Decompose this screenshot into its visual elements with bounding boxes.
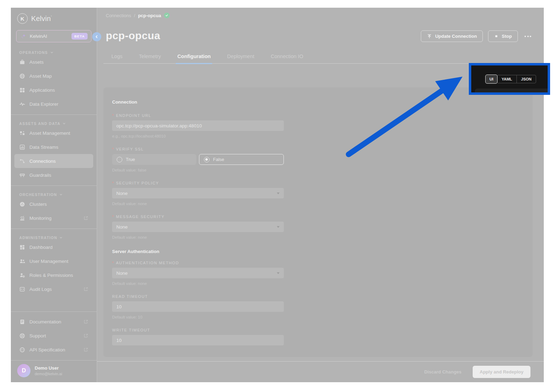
message-security-hint: Default value: none bbox=[112, 235, 284, 239]
asset-management-icon bbox=[19, 130, 25, 136]
sidebar-item-connections[interactable]: Connections bbox=[14, 154, 93, 168]
configuration-panel: Connection *ENDPOINT URL opc.tcp://pcp-o… bbox=[103, 88, 533, 357]
document-icon bbox=[19, 319, 25, 325]
sidebar-item-dashboard[interactable]: Dashboard bbox=[14, 240, 93, 254]
view-toggle-json[interactable]: JSON bbox=[516, 75, 536, 83]
sidebar-item-documentation[interactable]: Documentation bbox=[14, 315, 93, 329]
endpoint-url-hint: e.g., opc.tcp://localhost:48010 bbox=[112, 134, 284, 138]
breadcrumb-root[interactable]: Connections bbox=[106, 13, 131, 18]
view-toggle-yaml[interactable]: YAML bbox=[497, 75, 516, 83]
security-policy-label: *SECURITY POLICY bbox=[112, 181, 284, 185]
chevron-left-icon bbox=[94, 34, 99, 39]
update-connection-button[interactable]: Update Connection bbox=[421, 30, 483, 42]
breadcrumb-separator: / bbox=[134, 13, 135, 18]
verify-ssl-option-true[interactable]: True bbox=[112, 154, 196, 165]
user-email: demo@kelvin.ai bbox=[35, 372, 62, 376]
write-timeout-input[interactable]: 10 bbox=[112, 335, 284, 345]
security-policy-hint: Default value: none bbox=[112, 202, 284, 206]
sidebar-item-roles-permissions[interactable]: Roles & Permissions bbox=[14, 268, 93, 282]
external-link-icon bbox=[83, 333, 88, 338]
sidebar-item-support[interactable]: Support bbox=[14, 329, 93, 343]
sidebar-item-asset-management[interactable]: Asset Management bbox=[14, 126, 93, 140]
form-action-bar: Discard Changes Apply and Redeploy bbox=[97, 361, 544, 382]
sidebar-section-orchestration[interactable]: ORCHESTRATION bbox=[11, 192, 97, 197]
sidebar-collapse-button[interactable] bbox=[92, 32, 101, 41]
authentication-method-label: *AUTHENTICATION METHOD bbox=[112, 261, 284, 265]
stop-icon bbox=[494, 34, 499, 38]
code-box-icon bbox=[19, 286, 25, 292]
read-timeout-input[interactable]: 10 bbox=[112, 301, 284, 312]
sidebar-section-administration[interactable]: ADMINISTRATION bbox=[11, 236, 97, 240]
app-window: K Kelvin˚ KelvinAI BETA OPERATIONS Asset… bbox=[11, 8, 544, 382]
tab-connection-io[interactable]: Connection IO bbox=[271, 54, 303, 63]
apply-and-redeploy-button[interactable]: Apply and Redeploy bbox=[473, 366, 530, 378]
section-title-server-authentication: Server Authentication bbox=[112, 249, 284, 254]
discard-changes-button[interactable]: Discard Changes bbox=[424, 369, 461, 374]
tab-telemetry[interactable]: Telemetry bbox=[139, 54, 161, 63]
chevron-down-icon bbox=[62, 122, 66, 125]
api-globe-icon bbox=[19, 347, 25, 353]
security-policy-select[interactable]: None bbox=[112, 188, 284, 198]
sidebar-item-data-explorer[interactable]: Data Explorer bbox=[14, 97, 93, 111]
endpoint-url-label: *ENDPOINT URL bbox=[112, 113, 284, 118]
sidebar-item-applications[interactable]: Applications bbox=[14, 83, 93, 97]
dashboard-icon bbox=[19, 244, 25, 250]
authentication-method-select[interactable]: None bbox=[112, 268, 284, 278]
sidebar-section-assets-and-data[interactable]: ASSETS AND DATA bbox=[11, 121, 97, 126]
view-toggle-ui[interactable]: UI bbox=[485, 75, 498, 84]
cluster-icon bbox=[19, 201, 25, 207]
sidebar-item-label: KelvinAI bbox=[30, 34, 68, 39]
sidebar-item-asset-map[interactable]: Asset Map bbox=[14, 69, 93, 83]
beta-badge: BETA bbox=[71, 33, 88, 40]
stop-button[interactable]: Stop bbox=[488, 30, 518, 42]
monitoring-chart-icon bbox=[19, 215, 25, 221]
sidebar-section-operations[interactable]: OPERATIONS bbox=[11, 50, 97, 55]
status-ok-icon bbox=[164, 13, 170, 18]
section-title-connection: Connection bbox=[112, 99, 284, 105]
dark-panel-edge bbox=[475, 89, 548, 92]
chevron-down-icon bbox=[277, 192, 280, 194]
sidebar-item-kelvinai[interactable]: KelvinAI BETA bbox=[16, 30, 91, 42]
chevron-down-icon bbox=[50, 51, 54, 54]
external-link-icon bbox=[83, 287, 88, 292]
chevron-down-icon bbox=[277, 226, 280, 228]
users-icon bbox=[19, 258, 25, 264]
chevron-down-icon bbox=[59, 193, 63, 196]
globe-icon bbox=[19, 73, 25, 79]
sidebar-item-clusters[interactable]: Clusters bbox=[14, 197, 93, 211]
page-title: pcp-opcua bbox=[106, 30, 160, 42]
more-options-button[interactable] bbox=[523, 36, 533, 37]
configuration-form: Connection *ENDPOINT URL opc.tcp://pcp-o… bbox=[112, 91, 284, 345]
kelvin-logo-icon: K bbox=[17, 13, 28, 24]
sidebar-item-monitoring[interactable]: Monitoring bbox=[14, 211, 93, 225]
sidebar-item-api-specification[interactable]: API Specification bbox=[14, 343, 93, 357]
divider bbox=[11, 186, 97, 186]
radio-selected-icon bbox=[204, 157, 210, 162]
external-link-icon bbox=[83, 216, 88, 220]
user-menu[interactable]: D Demo User demo@kelvin.ai bbox=[11, 360, 97, 382]
divider bbox=[11, 312, 97, 312]
sidebar-item-user-management[interactable]: User Management bbox=[14, 254, 93, 268]
sidebar-footer: Documentation Support API Specification … bbox=[11, 308, 97, 382]
message-security-label: *MESSAGE SECURITY bbox=[112, 215, 284, 219]
sidebar-item-guardrails[interactable]: Guardrails bbox=[14, 168, 93, 182]
tab-configuration[interactable]: Configuration bbox=[177, 54, 211, 63]
breadcrumb-current: pcp-opcua bbox=[138, 13, 161, 18]
divider bbox=[11, 229, 97, 229]
read-timeout-hint: Default value: 10 bbox=[112, 315, 284, 319]
write-timeout-label: WRITE TIMEOUT bbox=[112, 328, 284, 332]
sidebar-item-assets[interactable]: Assets bbox=[14, 55, 93, 69]
endpoint-url-input[interactable]: opc.tcp://pcp-opcua-simulator.app:48010 bbox=[112, 120, 284, 131]
tab-deployment[interactable]: Deployment bbox=[227, 54, 254, 63]
grid-icon bbox=[19, 87, 25, 93]
sidebar-item-audit-logs[interactable]: Audit Logs bbox=[14, 282, 93, 296]
verify-ssl-option-false[interactable]: False bbox=[199, 154, 284, 165]
external-link-icon bbox=[83, 319, 88, 324]
message-security-select[interactable]: None bbox=[112, 222, 284, 232]
sidebar-item-data-streams[interactable]: Data Streams bbox=[14, 140, 93, 154]
sidebar: K Kelvin˚ KelvinAI BETA OPERATIONS Asset… bbox=[11, 8, 97, 382]
header-actions: Update Connection Stop bbox=[421, 30, 533, 42]
tab-logs[interactable]: Logs bbox=[111, 54, 122, 63]
pulse-icon bbox=[19, 101, 25, 107]
user-gear-icon bbox=[19, 272, 25, 278]
